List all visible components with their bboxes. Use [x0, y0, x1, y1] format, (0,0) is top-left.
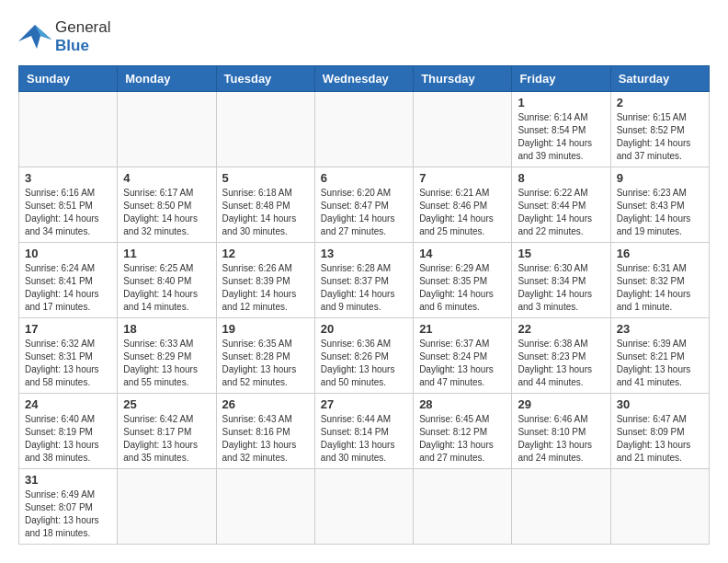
calendar-week-row: 1Sunrise: 6:14 AM Sunset: 8:54 PM Daylig…	[19, 91, 710, 167]
calendar-cell: 2Sunrise: 6:15 AM Sunset: 8:52 PM Daylig…	[610, 91, 709, 167]
day-number: 7	[419, 171, 506, 185]
calendar-cell: 5Sunrise: 6:18 AM Sunset: 8:48 PM Daylig…	[216, 167, 314, 242]
calendar-cell: 25Sunrise: 6:42 AM Sunset: 8:17 PM Dayli…	[118, 393, 216, 468]
day-number: 30	[617, 397, 703, 411]
calendar-week-row: 24Sunrise: 6:40 AM Sunset: 8:19 PM Dayli…	[19, 393, 710, 468]
calendar-cell: 26Sunrise: 6:43 AM Sunset: 8:16 PM Dayli…	[216, 393, 314, 468]
calendar-cell: 23Sunrise: 6:39 AM Sunset: 8:21 PM Dayli…	[610, 317, 709, 393]
calendar-cell	[216, 91, 314, 167]
day-info: Sunrise: 6:37 AM Sunset: 8:24 PM Dayligh…	[419, 338, 506, 389]
day-number: 5	[222, 171, 309, 185]
day-info: Sunrise: 6:23 AM Sunset: 8:43 PM Dayligh…	[617, 187, 703, 238]
day-number: 14	[419, 247, 506, 260]
weekday-header: Tuesday	[216, 65, 314, 91]
calendar-cell: 16Sunrise: 6:31 AM Sunset: 8:32 PM Dayli…	[610, 242, 709, 317]
calendar-cell: 19Sunrise: 6:35 AM Sunset: 8:28 PM Dayli…	[216, 317, 314, 393]
calendar-cell	[314, 468, 413, 544]
day-info: Sunrise: 6:46 AM Sunset: 8:10 PM Dayligh…	[518, 413, 604, 465]
day-info: Sunrise: 6:32 AM Sunset: 8:31 PM Dayligh…	[25, 338, 111, 389]
calendar-cell: 21Sunrise: 6:37 AM Sunset: 8:24 PM Dayli…	[414, 317, 512, 393]
calendar-cell: 27Sunrise: 6:44 AM Sunset: 8:14 PM Dayli…	[314, 393, 413, 468]
day-number: 11	[123, 247, 210, 260]
calendar-cell: 11Sunrise: 6:25 AM Sunset: 8:40 PM Dayli…	[118, 242, 216, 317]
day-info: Sunrise: 6:38 AM Sunset: 8:23 PM Dayligh…	[518, 338, 604, 389]
day-info: Sunrise: 6:17 AM Sunset: 8:50 PM Dayligh…	[123, 187, 210, 238]
weekday-header: Monday	[118, 65, 216, 91]
calendar-cell: 18Sunrise: 6:33 AM Sunset: 8:29 PM Dayli…	[118, 317, 216, 393]
calendar-cell	[512, 468, 610, 544]
day-info: Sunrise: 6:49 AM Sunset: 8:07 PM Dayligh…	[25, 488, 111, 540]
day-info: Sunrise: 6:16 AM Sunset: 8:51 PM Dayligh…	[25, 187, 111, 238]
calendar-cell: 8Sunrise: 6:22 AM Sunset: 8:44 PM Daylig…	[512, 167, 610, 242]
calendar-cell: 7Sunrise: 6:21 AM Sunset: 8:46 PM Daylig…	[414, 167, 512, 242]
day-info: Sunrise: 6:15 AM Sunset: 8:52 PM Dayligh…	[617, 111, 703, 163]
calendar-cell: 1Sunrise: 6:14 AM Sunset: 8:54 PM Daylig…	[512, 91, 610, 167]
day-number: 1	[518, 96, 604, 109]
weekday-header: Friday	[512, 65, 610, 91]
day-info: Sunrise: 6:31 AM Sunset: 8:32 PM Dayligh…	[617, 262, 703, 314]
day-info: Sunrise: 6:20 AM Sunset: 8:47 PM Dayligh…	[321, 187, 407, 238]
day-number: 13	[321, 247, 407, 260]
day-info: Sunrise: 6:21 AM Sunset: 8:46 PM Dayligh…	[419, 187, 506, 238]
day-info: Sunrise: 6:22 AM Sunset: 8:44 PM Dayligh…	[518, 187, 604, 238]
day-number: 22	[518, 322, 604, 336]
day-number: 6	[321, 171, 407, 185]
day-number: 18	[123, 322, 210, 336]
day-info: Sunrise: 6:18 AM Sunset: 8:48 PM Dayligh…	[222, 187, 309, 238]
day-number: 29	[518, 397, 604, 411]
day-info: Sunrise: 6:45 AM Sunset: 8:12 PM Dayligh…	[419, 413, 506, 465]
calendar-week-row: 10Sunrise: 6:24 AM Sunset: 8:41 PM Dayli…	[19, 242, 710, 317]
day-number: 28	[419, 397, 506, 411]
day-number: 19	[222, 322, 309, 336]
logo-text: General Blue	[55, 18, 110, 56]
weekday-header: Saturday	[610, 65, 709, 91]
weekday-header-row: SundayMondayTuesdayWednesdayThursdayFrid…	[19, 65, 710, 91]
calendar-cell: 9Sunrise: 6:23 AM Sunset: 8:43 PM Daylig…	[610, 167, 709, 242]
calendar-cell	[610, 468, 709, 544]
day-number: 16	[617, 247, 703, 260]
day-info: Sunrise: 6:42 AM Sunset: 8:17 PM Dayligh…	[123, 413, 210, 465]
day-info: Sunrise: 6:30 AM Sunset: 8:34 PM Dayligh…	[518, 262, 604, 314]
day-info: Sunrise: 6:36 AM Sunset: 8:26 PM Dayligh…	[321, 338, 407, 389]
day-number: 31	[25, 473, 111, 487]
calendar-cell: 31Sunrise: 6:49 AM Sunset: 8:07 PM Dayli…	[19, 468, 118, 544]
calendar-cell: 3Sunrise: 6:16 AM Sunset: 8:51 PM Daylig…	[19, 167, 118, 242]
calendar-cell: 30Sunrise: 6:47 AM Sunset: 8:09 PM Dayli…	[610, 393, 709, 468]
calendar-cell: 12Sunrise: 6:26 AM Sunset: 8:39 PM Dayli…	[216, 242, 314, 317]
logo: General Blue	[18, 18, 110, 56]
calendar-cell	[414, 468, 512, 544]
weekday-header: Thursday	[414, 65, 512, 91]
day-number: 8	[518, 171, 604, 185]
logo-icon	[18, 23, 51, 51]
day-info: Sunrise: 6:25 AM Sunset: 8:40 PM Dayligh…	[123, 262, 210, 314]
calendar-week-row: 17Sunrise: 6:32 AM Sunset: 8:31 PM Dayli…	[19, 317, 710, 393]
day-number: 23	[617, 322, 703, 336]
day-info: Sunrise: 6:40 AM Sunset: 8:19 PM Dayligh…	[25, 413, 111, 465]
day-number: 17	[25, 322, 111, 336]
day-number: 12	[222, 247, 309, 260]
day-number: 9	[617, 171, 703, 185]
calendar-cell: 28Sunrise: 6:45 AM Sunset: 8:12 PM Dayli…	[414, 393, 512, 468]
day-info: Sunrise: 6:24 AM Sunset: 8:41 PM Dayligh…	[25, 262, 111, 314]
calendar-cell: 24Sunrise: 6:40 AM Sunset: 8:19 PM Dayli…	[19, 393, 118, 468]
day-info: Sunrise: 6:44 AM Sunset: 8:14 PM Dayligh…	[321, 413, 407, 465]
calendar: SundayMondayTuesdayWednesdayThursdayFrid…	[18, 65, 710, 545]
calendar-cell: 20Sunrise: 6:36 AM Sunset: 8:26 PM Dayli…	[314, 317, 413, 393]
calendar-cell: 13Sunrise: 6:28 AM Sunset: 8:37 PM Dayli…	[314, 242, 413, 317]
weekday-header: Wednesday	[314, 65, 413, 91]
day-number: 21	[419, 322, 506, 336]
day-info: Sunrise: 6:26 AM Sunset: 8:39 PM Dayligh…	[222, 262, 309, 314]
weekday-header: Sunday	[19, 65, 118, 91]
day-number: 25	[123, 397, 210, 411]
calendar-cell: 22Sunrise: 6:38 AM Sunset: 8:23 PM Dayli…	[512, 317, 610, 393]
calendar-cell	[414, 91, 512, 167]
calendar-cell	[314, 91, 413, 167]
day-number: 26	[222, 397, 309, 411]
day-number: 20	[321, 322, 407, 336]
calendar-week-row: 31Sunrise: 6:49 AM Sunset: 8:07 PM Dayli…	[19, 468, 710, 544]
day-number: 27	[321, 397, 407, 411]
day-info: Sunrise: 6:39 AM Sunset: 8:21 PM Dayligh…	[617, 338, 703, 389]
calendar-cell	[216, 468, 314, 544]
day-number: 2	[617, 96, 703, 109]
day-number: 24	[25, 397, 111, 411]
